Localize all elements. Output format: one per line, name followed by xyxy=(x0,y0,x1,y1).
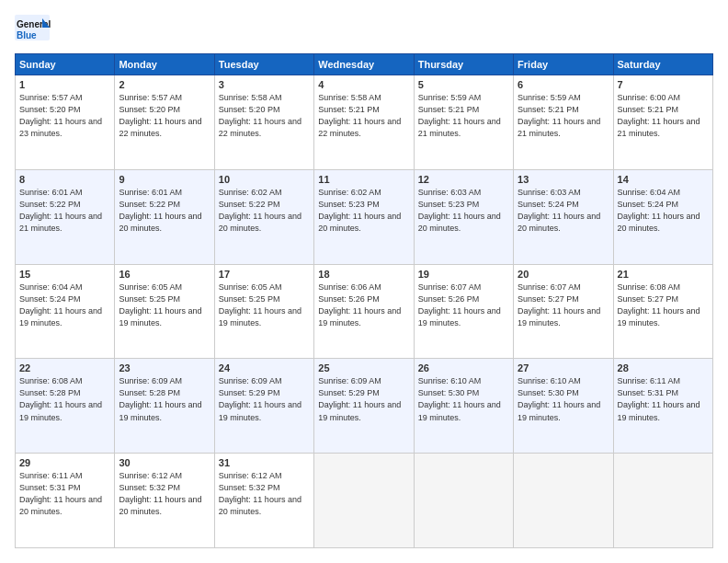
daylight-text: Daylight: 11 hours and 20 minutes. xyxy=(19,495,102,516)
day-info: Sunrise: 6:11 AM Sunset: 5:31 PM Dayligh… xyxy=(19,470,110,518)
day-number: 1 xyxy=(19,79,110,90)
daylight-text: Daylight: 11 hours and 19 minutes. xyxy=(418,306,501,327)
calendar-cell xyxy=(613,454,712,548)
day-info: Sunrise: 6:12 AM Sunset: 5:32 PM Dayligh… xyxy=(119,470,210,518)
page: General Blue SundayMondayTuesdayWednesda… xyxy=(0,0,728,563)
day-info: Sunrise: 5:58 AM Sunset: 5:20 PM Dayligh… xyxy=(219,92,310,140)
daylight-text: Daylight: 11 hours and 19 minutes. xyxy=(518,400,600,421)
day-number: 19 xyxy=(418,269,509,280)
daylight-text: Daylight: 11 hours and 19 minutes. xyxy=(119,400,201,421)
day-info: Sunrise: 6:00 AM Sunset: 5:21 PM Dayligh… xyxy=(618,92,709,140)
weekday-header-monday: Monday xyxy=(115,54,214,75)
day-number: 9 xyxy=(119,174,210,185)
sunset-text: Sunset: 5:20 PM xyxy=(119,105,180,114)
day-info: Sunrise: 6:09 AM Sunset: 5:29 PM Dayligh… xyxy=(318,375,409,423)
calendar-cell: 19 Sunrise: 6:07 AM Sunset: 5:26 PM Dayl… xyxy=(414,264,513,359)
daylight-text: Daylight: 11 hours and 19 minutes. xyxy=(19,306,102,327)
day-number: 16 xyxy=(119,269,210,280)
daylight-text: Daylight: 11 hours and 22 minutes. xyxy=(219,117,301,138)
sunset-text: Sunset: 5:25 PM xyxy=(119,294,180,304)
calendar-cell: 3 Sunrise: 5:58 AM Sunset: 5:20 PM Dayli… xyxy=(214,75,313,170)
day-info: Sunrise: 6:05 AM Sunset: 5:25 PM Dayligh… xyxy=(119,282,210,329)
day-number: 15 xyxy=(19,269,110,280)
calendar-cell: 6 Sunrise: 5:59 AM Sunset: 5:21 PM Dayli… xyxy=(514,75,613,170)
calendar-cell: 13 Sunrise: 6:03 AM Sunset: 5:24 PM Dayl… xyxy=(514,169,613,264)
sunset-text: Sunset: 5:32 PM xyxy=(119,483,180,492)
sunrise-text: Sunrise: 6:05 AM xyxy=(219,282,282,292)
day-info: Sunrise: 6:10 AM Sunset: 5:30 PM Dayligh… xyxy=(418,375,509,423)
calendar-cell: 14 Sunrise: 6:04 AM Sunset: 5:24 PM Dayl… xyxy=(613,169,712,264)
calendar-cell: 1 Sunrise: 5:57 AM Sunset: 5:20 PM Dayli… xyxy=(16,75,115,170)
sunrise-text: Sunrise: 6:12 AM xyxy=(219,471,282,480)
sunset-text: Sunset: 5:26 PM xyxy=(318,294,380,304)
calendar-cell: 17 Sunrise: 6:05 AM Sunset: 5:25 PM Dayl… xyxy=(214,264,313,359)
calendar-week-row: 8 Sunrise: 6:01 AM Sunset: 5:22 PM Dayli… xyxy=(16,169,713,264)
day-number: 31 xyxy=(219,457,310,468)
daylight-text: Daylight: 11 hours and 19 minutes. xyxy=(318,400,401,421)
sunrise-text: Sunrise: 5:57 AM xyxy=(119,93,182,102)
day-info: Sunrise: 6:07 AM Sunset: 5:26 PM Dayligh… xyxy=(418,282,509,329)
day-info: Sunrise: 6:09 AM Sunset: 5:28 PM Dayligh… xyxy=(119,375,210,423)
daylight-text: Daylight: 11 hours and 21 minutes. xyxy=(518,117,600,138)
day-info: Sunrise: 6:04 AM Sunset: 5:24 PM Dayligh… xyxy=(19,282,110,329)
day-info: Sunrise: 6:02 AM Sunset: 5:22 PM Dayligh… xyxy=(219,187,310,235)
calendar-cell: 5 Sunrise: 5:59 AM Sunset: 5:21 PM Dayli… xyxy=(414,75,513,170)
daylight-text: Daylight: 11 hours and 20 minutes. xyxy=(518,212,600,233)
day-number: 11 xyxy=(318,174,409,185)
sunrise-text: Sunrise: 5:58 AM xyxy=(318,93,381,102)
weekday-header-saturday: Saturday xyxy=(613,54,712,75)
daylight-text: Daylight: 11 hours and 19 minutes. xyxy=(19,400,102,421)
day-number: 14 xyxy=(618,174,709,185)
weekday-header-thursday: Thursday xyxy=(414,54,513,75)
weekday-header-wednesday: Wednesday xyxy=(314,54,414,75)
daylight-text: Daylight: 11 hours and 20 minutes. xyxy=(418,212,501,233)
sunset-text: Sunset: 5:20 PM xyxy=(19,105,81,114)
sunset-text: Sunset: 5:22 PM xyxy=(19,200,81,209)
day-number: 10 xyxy=(219,174,310,185)
weekday-header-friday: Friday xyxy=(514,54,613,75)
sunset-text: Sunset: 5:22 PM xyxy=(119,200,180,209)
calendar-cell: 11 Sunrise: 6:02 AM Sunset: 5:23 PM Dayl… xyxy=(314,169,414,264)
day-info: Sunrise: 5:57 AM Sunset: 5:20 PM Dayligh… xyxy=(119,92,210,140)
daylight-text: Daylight: 11 hours and 20 minutes. xyxy=(119,212,201,233)
sunset-text: Sunset: 5:23 PM xyxy=(418,200,480,209)
sunrise-text: Sunrise: 6:08 AM xyxy=(618,282,681,292)
sunrise-text: Sunrise: 5:58 AM xyxy=(219,93,282,102)
calendar-cell: 7 Sunrise: 6:00 AM Sunset: 5:21 PM Dayli… xyxy=(613,75,712,170)
sunrise-text: Sunrise: 5:57 AM xyxy=(19,93,83,102)
calendar-cell: 31 Sunrise: 6:12 AM Sunset: 5:32 PM Dayl… xyxy=(214,454,313,548)
sunrise-text: Sunrise: 6:11 AM xyxy=(19,471,83,480)
day-info: Sunrise: 5:58 AM Sunset: 5:21 PM Dayligh… xyxy=(318,92,409,140)
day-info: Sunrise: 6:05 AM Sunset: 5:25 PM Dayligh… xyxy=(219,282,310,329)
sunset-text: Sunset: 5:25 PM xyxy=(219,294,280,304)
daylight-text: Daylight: 11 hours and 19 minutes. xyxy=(418,400,501,421)
calendar-cell: 27 Sunrise: 6:10 AM Sunset: 5:30 PM Dayl… xyxy=(514,359,613,454)
calendar-cell: 20 Sunrise: 6:07 AM Sunset: 5:27 PM Dayl… xyxy=(514,264,613,359)
daylight-text: Daylight: 11 hours and 19 minutes. xyxy=(119,306,201,327)
calendar-cell: 12 Sunrise: 6:03 AM Sunset: 5:23 PM Dayl… xyxy=(414,169,513,264)
daylight-text: Daylight: 11 hours and 20 minutes. xyxy=(119,495,201,516)
sunset-text: Sunset: 5:28 PM xyxy=(119,388,180,397)
sunset-text: Sunset: 5:20 PM xyxy=(219,105,280,114)
sunrise-text: Sunrise: 6:07 AM xyxy=(418,282,482,292)
calendar-cell xyxy=(514,454,613,548)
daylight-text: Daylight: 11 hours and 19 minutes. xyxy=(219,400,301,421)
sunset-text: Sunset: 5:29 PM xyxy=(318,388,380,397)
day-info: Sunrise: 6:01 AM Sunset: 5:22 PM Dayligh… xyxy=(19,187,110,235)
calendar-cell: 22 Sunrise: 6:08 AM Sunset: 5:28 PM Dayl… xyxy=(16,359,115,454)
sunrise-text: Sunrise: 6:11 AM xyxy=(618,376,681,385)
day-number: 5 xyxy=(418,79,509,90)
daylight-text: Daylight: 11 hours and 19 minutes. xyxy=(318,306,401,327)
daylight-text: Daylight: 11 hours and 21 minutes. xyxy=(618,117,700,138)
sunrise-text: Sunrise: 6:01 AM xyxy=(119,188,182,197)
day-number: 8 xyxy=(19,174,110,185)
calendar-week-row: 22 Sunrise: 6:08 AM Sunset: 5:28 PM Dayl… xyxy=(16,359,713,454)
day-info: Sunrise: 6:02 AM Sunset: 5:23 PM Dayligh… xyxy=(318,187,409,235)
day-number: 23 xyxy=(119,362,210,373)
day-info: Sunrise: 6:01 AM Sunset: 5:22 PM Dayligh… xyxy=(119,187,210,235)
sunrise-text: Sunrise: 6:02 AM xyxy=(219,188,282,197)
day-number: 3 xyxy=(219,79,310,90)
sunset-text: Sunset: 5:31 PM xyxy=(19,483,81,492)
calendar-week-row: 1 Sunrise: 5:57 AM Sunset: 5:20 PM Dayli… xyxy=(16,75,713,170)
sunset-text: Sunset: 5:21 PM xyxy=(318,105,380,114)
